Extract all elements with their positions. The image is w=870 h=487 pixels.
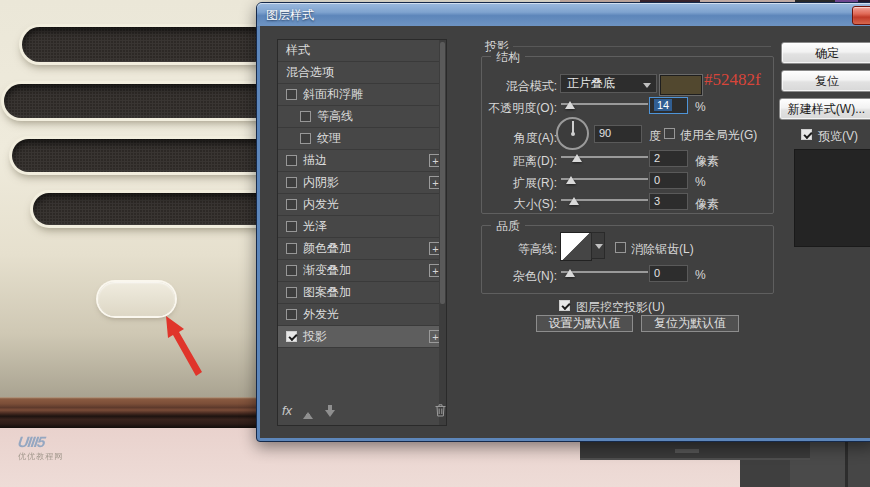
slider-thumb[interactable] xyxy=(565,101,575,109)
hex-annotation: #52482f xyxy=(704,70,761,90)
title-divider xyxy=(513,46,771,47)
sidebar-item-inner-glow[interactable]: 内发光 xyxy=(278,194,446,216)
structure-group-label: 结构 xyxy=(491,49,525,66)
spread-unit: % xyxy=(695,175,706,189)
inner-shadow-checkbox[interactable] xyxy=(286,177,297,188)
angle-label: 角度(A): xyxy=(482,130,557,147)
panel-grip-icon xyxy=(675,449,699,453)
dialog-title: 图层样式 xyxy=(266,7,314,24)
list-scrollbar[interactable] xyxy=(439,40,446,425)
quality-group: 品质 等高线: 消除锯齿(L) 杂色(N): 0 % xyxy=(481,225,774,294)
texture-checkbox[interactable] xyxy=(300,133,311,144)
speaker-slot xyxy=(4,84,272,118)
move-down-icon-stem xyxy=(328,405,332,410)
trash-icon[interactable] xyxy=(434,403,447,417)
size-input[interactable]: 3 xyxy=(649,193,688,210)
speaker-slot xyxy=(12,139,272,172)
sidebar-item-styles[interactable]: 样式 xyxy=(278,40,446,62)
sidebar-item-inner-shadow[interactable]: 内阴影+ xyxy=(278,172,446,194)
blend-mode-select[interactable]: 正片叠底 xyxy=(560,74,657,93)
new-style-button[interactable]: 新建样式(W)... xyxy=(779,98,870,120)
reset-button[interactable]: 复位 xyxy=(781,70,870,92)
sidebar-item-texture[interactable]: 纹理 xyxy=(278,128,446,150)
ps-panel-column xyxy=(848,441,870,487)
quality-group-label: 品质 xyxy=(491,218,525,235)
opacity-input[interactable]: 14 xyxy=(649,97,688,114)
slider-thumb[interactable] xyxy=(569,197,579,205)
knockout-checkbox[interactable] xyxy=(559,300,570,311)
global-light-checkbox[interactable] xyxy=(664,128,675,139)
noise-slider[interactable] xyxy=(561,266,648,278)
shadow-color-swatch[interactable] xyxy=(660,75,702,95)
size-unit: 像素 xyxy=(695,196,719,213)
sidebar-item-outer-glow[interactable]: 外发光 xyxy=(278,304,446,326)
contour-checkbox[interactable] xyxy=(300,111,311,122)
slider-thumb[interactable] xyxy=(565,269,575,277)
contour-label: 等高线: xyxy=(482,241,557,258)
bevel-emboss-checkbox[interactable] xyxy=(286,89,297,100)
satin-checkbox[interactable] xyxy=(286,221,297,232)
reset-default-button[interactable]: 复位为默认值 xyxy=(641,315,739,332)
angle-unit: 度 xyxy=(649,128,661,145)
red-arrow-annotation xyxy=(150,305,220,385)
ok-button[interactable]: 确定 xyxy=(781,42,870,64)
move-down-icon[interactable] xyxy=(325,410,335,422)
contour-thumbnail[interactable] xyxy=(560,232,592,261)
dialog-titlebar[interactable]: 图层样式 xyxy=(257,3,870,26)
contour-dropdown[interactable] xyxy=(591,232,605,259)
watermark-logo: UIII5 xyxy=(17,433,64,450)
speaker-slot xyxy=(33,193,273,225)
angle-dial[interactable] xyxy=(556,117,589,150)
sidebar-item-gradient-overlay[interactable]: 渐变叠加+ xyxy=(278,260,446,282)
noise-unit: % xyxy=(695,268,706,282)
knockout-label: 图层挖空投影(U) xyxy=(576,299,665,316)
antialias-checkbox[interactable] xyxy=(615,242,626,253)
outer-glow-checkbox[interactable] xyxy=(286,309,297,320)
make-default-button[interactable]: 设置为默认值 xyxy=(536,315,633,332)
slider-thumb[interactable] xyxy=(572,154,582,162)
structure-group: 结构 混合模式: 正片叠底 #52482f 不透明度(O): 14 % 角度(A… xyxy=(481,56,774,214)
distance-input[interactable]: 2 xyxy=(649,150,688,167)
sidebar-item-pattern-overlay[interactable]: 图案叠加 xyxy=(278,282,446,304)
sidebar-item-satin[interactable]: 光泽 xyxy=(278,216,446,238)
sidebar-item-blending-options[interactable]: 混合选项 xyxy=(278,62,446,84)
move-up-icon-stem xyxy=(306,414,310,419)
screen: UIII5 优优教程网 图层样式 样式 混合选项 斜面和浮雕 等高线 纹理 描边… xyxy=(0,0,870,487)
layer-style-dialog: 图层样式 样式 混合选项 斜面和浮雕 等高线 纹理 描边+ 内阴影+ 内发光 光… xyxy=(256,2,870,442)
pattern-overlay-checkbox[interactable] xyxy=(286,287,297,298)
dialog-body: 样式 混合选项 斜面和浮雕 等高线 纹理 描边+ 内阴影+ 内发光 光泽 颜色叠… xyxy=(260,26,870,438)
distance-label: 距离(D): xyxy=(482,153,557,170)
stroke-checkbox[interactable] xyxy=(286,155,297,166)
spread-slider[interactable] xyxy=(561,173,648,185)
preview-checkbox[interactable] xyxy=(801,129,812,140)
sidebar-item-bevel-emboss[interactable]: 斜面和浮雕 xyxy=(278,84,446,106)
preview-label: 预览(V) xyxy=(818,128,858,145)
sidebar-item-contour[interactable]: 等高线 xyxy=(278,106,446,128)
close-button[interactable] xyxy=(852,6,870,25)
noise-label: 杂色(N): xyxy=(482,268,557,285)
inner-glow-checkbox[interactable] xyxy=(286,199,297,210)
watermark: UIII5 优优教程网 xyxy=(18,433,63,462)
sidebar-item-stroke[interactable]: 描边+ xyxy=(278,150,446,172)
antialias-label: 消除锯齿(L) xyxy=(631,241,694,258)
slider-thumb[interactable] xyxy=(566,176,576,184)
sidebar-item-color-overlay[interactable]: 颜色叠加+ xyxy=(278,238,446,260)
watermark-caption: 优优教程网 xyxy=(18,451,63,462)
spread-input[interactable]: 0 xyxy=(649,172,688,189)
angle-input[interactable]: 90 xyxy=(594,125,642,143)
drop-shadow-checkbox[interactable] xyxy=(286,331,297,342)
noise-input[interactable]: 0 xyxy=(649,265,688,282)
sidebar-item-drop-shadow[interactable]: 投影+ xyxy=(278,326,446,348)
styles-list: 样式 混合选项 斜面和浮雕 等高线 纹理 描边+ 内阴影+ 内发光 光泽 颜色叠… xyxy=(277,39,447,426)
chevron-down-icon xyxy=(643,83,651,92)
chevron-down-icon xyxy=(595,244,603,253)
fx-menu-icon[interactable]: fx xyxy=(282,403,292,418)
distance-slider[interactable] xyxy=(561,151,648,163)
opacity-slider[interactable] xyxy=(561,98,648,110)
size-label: 大小(S): xyxy=(482,196,557,213)
gradient-overlay-checkbox[interactable] xyxy=(286,265,297,276)
size-slider[interactable] xyxy=(561,194,648,206)
scrollbar-thumb[interactable] xyxy=(440,42,445,304)
opacity-label: 不透明度(O): xyxy=(482,100,557,117)
color-overlay-checkbox[interactable] xyxy=(286,243,297,254)
